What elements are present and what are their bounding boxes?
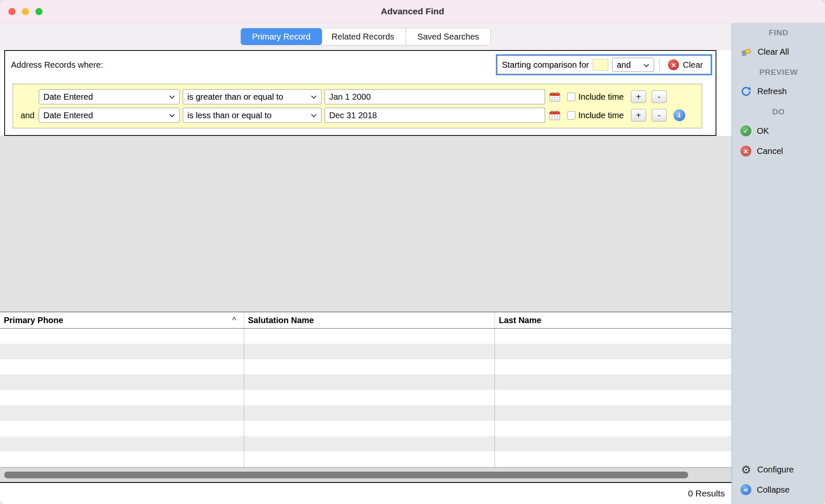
window-title: Advanced Find	[381, 6, 444, 16]
column-header-label: Last Name	[499, 316, 541, 325]
condition-row: and Date Entered is less than or equal t…	[16, 106, 698, 125]
ok-label: OK	[757, 126, 769, 136]
conjunction-label: and	[16, 111, 36, 120]
clear-all-icon	[740, 47, 752, 57]
cancel-label: Cancel	[757, 146, 783, 156]
field-select[interactable]: Date Entered	[39, 108, 180, 123]
value-input[interactable]	[325, 89, 545, 104]
cancel-icon: ×	[740, 146, 751, 157]
action-sidebar: FIND Clear All PREVIEW Refresh	[732, 23, 825, 504]
field-select[interactable]: Date Entered	[39, 89, 180, 104]
refresh-label: Refresh	[757, 87, 787, 96]
ok-icon: ✓	[740, 125, 751, 136]
include-time-checkbox[interactable]	[567, 93, 575, 101]
results-table-body	[0, 329, 732, 467]
tab-related-records[interactable]: Related Records	[320, 28, 406, 45]
operator-select[interactable]: is less than or equal to	[183, 108, 322, 123]
find-section-header: FIND	[732, 28, 825, 37]
preview-section-header: PREVIEW	[732, 68, 825, 77]
remove-condition-button[interactable]: -	[652, 109, 667, 122]
status-bar: 0 Results	[0, 482, 732, 504]
refresh-button[interactable]: Refresh	[732, 81, 825, 101]
operator-select[interactable]: is greater than or equal to	[183, 89, 322, 104]
calendar-icon	[549, 110, 560, 120]
add-condition-button[interactable]: +	[631, 109, 646, 122]
cancel-button[interactable]: × Cancel	[732, 141, 825, 161]
calendar-button[interactable]	[548, 109, 562, 122]
close-button[interactable]	[8, 8, 16, 15]
operator-select-value: is greater than or equal to	[187, 92, 283, 102]
include-time-label: Include time	[578, 92, 624, 102]
query-panel-header: Address Records where: Starting comparis…	[5, 51, 716, 79]
zoom-button[interactable]	[35, 8, 43, 15]
tab-saved-searches[interactable]: Saved Searches	[406, 28, 491, 45]
remove-condition-button[interactable]: -	[652, 90, 667, 103]
collapse-button[interactable]: « Collapse	[732, 480, 825, 500]
where-label: Address Records where:	[11, 60, 103, 70]
sidebar-footer: ⚙ Configure « Collapse	[732, 459, 825, 504]
starting-comparison-value-input[interactable]	[593, 59, 608, 71]
clear-button-label: Clear	[683, 60, 703, 70]
chevron-down-icon	[311, 112, 317, 117]
tab-group: Related Records Saved Searches	[320, 28, 491, 45]
titlebar: Advanced Find	[0, 0, 825, 23]
chevron-down-icon	[644, 62, 649, 67]
condition-row: Date Entered is greater than or equal to	[16, 88, 698, 106]
horizontal-scrollbar[interactable]	[0, 467, 732, 482]
query-builder-panel: Address Records where: Starting comparis…	[4, 50, 716, 136]
tab-bar: Primary Record Related Records Saved Sea…	[0, 23, 732, 50]
insert-condition-button[interactable]: ↓	[673, 109, 685, 121]
column-header-label: Salutation Name	[248, 316, 314, 325]
down-arrow-icon: ↓	[677, 111, 682, 119]
field-select-value: Date Entered	[43, 92, 93, 102]
do-section-header: DO	[732, 107, 825, 117]
chevron-down-icon	[169, 112, 175, 117]
scrollbar-thumb[interactable]	[4, 472, 688, 478]
starting-comparison-label: Starting comparison for	[502, 60, 589, 70]
sort-ascending-icon: ^	[232, 316, 236, 325]
configure-button[interactable]: ⚙ Configure	[732, 459, 825, 480]
operator-select-value: is less than or equal to	[187, 111, 271, 120]
column-divider	[244, 329, 244, 467]
calendar-button[interactable]	[548, 90, 562, 103]
starting-operator-select[interactable]: and	[612, 58, 654, 72]
refresh-icon	[740, 86, 752, 97]
query-canvas	[0, 136, 732, 312]
advanced-find-window: Advanced Find Primary Record Related Rec…	[0, 0, 825, 504]
window-controls	[8, 0, 43, 23]
chevron-down-icon	[311, 93, 317, 99]
column-header-label: Primary Phone	[4, 316, 63, 325]
tab-primary-record[interactable]: Primary Record	[241, 28, 322, 45]
ok-button[interactable]: ✓ OK	[732, 121, 825, 141]
starting-comparison-box: Starting comparison for and × Clear	[496, 54, 712, 75]
collapse-icon: «	[740, 484, 751, 495]
calendar-icon	[549, 92, 560, 102]
chevron-down-icon	[169, 93, 175, 99]
clear-icon: ×	[668, 59, 679, 70]
configure-label: Configure	[757, 465, 794, 475]
column-divider	[495, 329, 495, 467]
value-input[interactable]	[325, 108, 545, 123]
starting-operator-value: and	[617, 60, 631, 70]
divider	[659, 58, 660, 71]
add-condition-button[interactable]: +	[631, 90, 646, 103]
column-header-last-name[interactable]: Last Name	[495, 312, 732, 328]
minimize-button[interactable]	[22, 8, 29, 15]
condition-group: Date Entered is greater than or equal to	[13, 84, 702, 128]
column-header-primary-phone[interactable]: Primary Phone ^	[0, 312, 244, 328]
include-time-label: Include time	[578, 111, 624, 120]
gear-icon: ⚙	[740, 464, 752, 475]
column-header-salutation-name[interactable]: Salutation Name	[244, 312, 495, 328]
clear-all-label: Clear All	[758, 47, 789, 57]
include-time-checkbox[interactable]	[567, 111, 575, 119]
clear-comparison-button[interactable]: × Clear	[665, 59, 706, 70]
starting-comparison-inner: Starting comparison for and × Clear	[497, 56, 711, 74]
field-select-value: Date Entered	[43, 111, 93, 120]
results-table-header: Primary Phone ^ Salutation Name Last Nam…	[0, 312, 732, 329]
results-count: 0 Results	[688, 488, 725, 499]
collapse-label: Collapse	[757, 485, 790, 495]
clear-all-button[interactable]: Clear All	[732, 42, 825, 62]
